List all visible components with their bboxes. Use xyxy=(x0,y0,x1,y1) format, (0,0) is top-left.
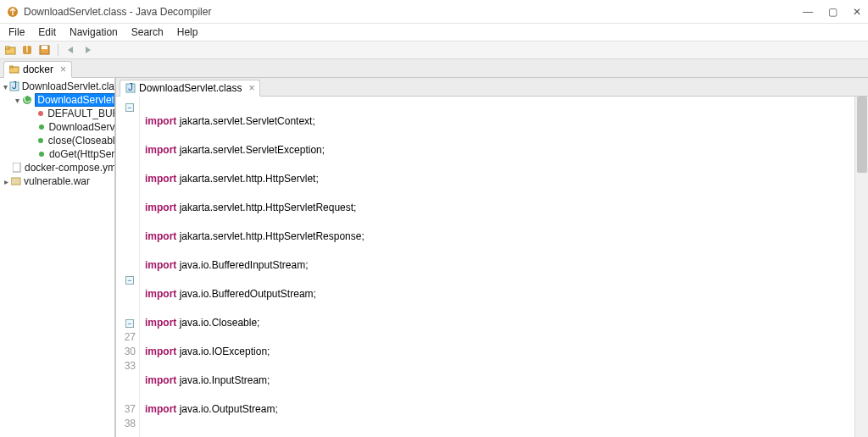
menu-search[interactable]: Search xyxy=(126,25,169,40)
svg-point-15 xyxy=(38,138,43,143)
tree-node-constructor[interactable]: DownloadServl xyxy=(0,120,114,134)
close-button[interactable]: ✕ xyxy=(853,6,861,18)
project-tabstrip: docker × xyxy=(0,59,868,78)
tree-node-method[interactable]: close(Closeable xyxy=(0,134,114,147)
svg-rect-17 xyxy=(13,163,20,172)
svg-point-14 xyxy=(39,124,44,130)
tree-label: docker-compose.yml xyxy=(25,162,114,174)
line-number: 30 xyxy=(116,345,136,359)
line-number: 33 xyxy=(116,359,136,373)
open-file-icon[interactable] xyxy=(3,42,19,58)
method-icon xyxy=(36,136,47,146)
line-number-gutter: − − − 27 30 33 37 38 xyxy=(116,97,140,437)
tree-node-class-file[interactable]: ▾ J DownloadServlet.class xyxy=(0,80,114,93)
svg-text:J: J xyxy=(12,81,17,91)
tree-label: DownloadServl xyxy=(48,121,114,133)
expand-icon[interactable]: ▸ xyxy=(2,177,10,186)
menu-help[interactable]: Help xyxy=(172,25,203,40)
line-number: 37 xyxy=(116,402,136,417)
save-icon[interactable] xyxy=(37,42,53,58)
minimize-button[interactable]: — xyxy=(803,6,813,18)
tree-label: vulnerable.war xyxy=(24,175,90,187)
editor-body: − − − 27 30 33 37 38 import jakarta.serv… xyxy=(116,97,868,437)
fold-icon[interactable]: − xyxy=(125,319,134,328)
line-number: 27 xyxy=(116,330,136,345)
svg-point-16 xyxy=(39,152,44,157)
editor-tab-label: DownloadServlet.class xyxy=(139,82,242,94)
open-type-icon[interactable]: T xyxy=(20,42,36,58)
tree-node-war[interactable]: ▸ vulnerable.war xyxy=(0,174,114,188)
class-file-icon: J xyxy=(9,81,20,91)
project-tab-docker[interactable]: docker × xyxy=(3,61,72,78)
titlebar: DownloadServlet.class - Java Decompiler … xyxy=(0,0,868,24)
close-icon[interactable]: × xyxy=(248,82,254,94)
app-icon xyxy=(7,6,19,18)
collapse-icon[interactable]: ▾ xyxy=(2,82,9,91)
svg-text:J: J xyxy=(128,83,133,93)
folder-icon xyxy=(9,65,19,74)
editor-panel: J DownloadServlet.class × − − − 27 30 33… xyxy=(115,78,868,437)
menu-edit[interactable]: Edit xyxy=(33,25,61,40)
tree-node-method[interactable]: doGet(HttpSer xyxy=(0,147,114,161)
class-file-icon: J xyxy=(125,83,136,93)
project-tab-label: docker xyxy=(23,64,53,75)
field-icon xyxy=(36,108,46,119)
svg-rect-18 xyxy=(11,178,20,185)
collapse-icon[interactable]: ▾ xyxy=(14,96,22,105)
editor-tabstrip: J DownloadServlet.class × xyxy=(116,78,868,97)
archive-icon xyxy=(10,176,22,186)
toolbar: T xyxy=(0,41,868,59)
workarea: ▾ J DownloadServlet.class ▾ C DownloadSe… xyxy=(0,78,868,437)
svg-rect-2 xyxy=(5,47,9,49)
maximize-button[interactable]: ▢ xyxy=(828,6,837,18)
tree-label: DownloadServlet.class xyxy=(22,80,114,92)
tree-label: DEFAULT_BUFF xyxy=(47,108,114,119)
fold-icon[interactable]: − xyxy=(125,276,134,285)
yml-file-icon xyxy=(12,163,23,173)
line-number: 38 xyxy=(116,417,136,431)
tree-label: close(Closeable xyxy=(48,135,114,147)
fold-icon[interactable]: − xyxy=(125,103,134,112)
nav-forward-icon[interactable] xyxy=(81,42,96,58)
window-title: DownloadServlet.class - Java Decompiler xyxy=(24,6,803,18)
tree-label: doGet(HttpSer xyxy=(49,148,114,160)
close-icon[interactable]: × xyxy=(60,64,66,75)
method-icon xyxy=(36,149,47,159)
code-area[interactable]: import jakarta.servlet.ServletContext; i… xyxy=(140,97,854,437)
svg-rect-8 xyxy=(9,66,13,68)
nav-back-icon[interactable] xyxy=(64,42,79,58)
class-icon: C xyxy=(22,95,34,105)
scrollbar-thumb[interactable] xyxy=(857,97,867,173)
svg-point-13 xyxy=(38,111,43,116)
svg-rect-6 xyxy=(42,46,47,49)
vertical-scrollbar[interactable] xyxy=(854,97,868,437)
window-controls: — ▢ ✕ xyxy=(803,6,861,18)
editor-tab[interactable]: J DownloadServlet.class × xyxy=(120,80,260,97)
svg-text:T: T xyxy=(24,45,31,55)
toolbar-separator xyxy=(58,44,58,56)
svg-text:C: C xyxy=(24,95,31,105)
menubar: File Edit Navigation Search Help xyxy=(0,24,868,41)
method-icon xyxy=(36,122,47,132)
menu-navigation[interactable]: Navigation xyxy=(64,25,123,40)
tree-node-field[interactable]: DEFAULT_BUFF xyxy=(0,107,114,120)
tree-label: DownloadServlet xyxy=(35,93,114,107)
menu-file[interactable]: File xyxy=(3,25,30,40)
sidebar-tree[interactable]: ▾ J DownloadServlet.class ▾ C DownloadSe… xyxy=(0,78,115,437)
tree-node-file[interactable]: docker-compose.yml xyxy=(0,161,114,174)
tree-node-class[interactable]: ▾ C DownloadServlet xyxy=(0,93,114,107)
